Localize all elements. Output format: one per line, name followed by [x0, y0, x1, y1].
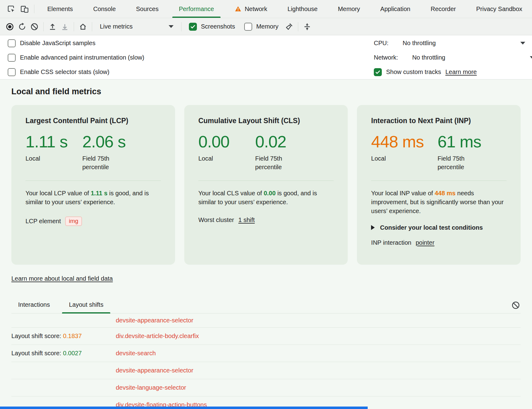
screenshots-toggle[interactable]: Screenshots: [189, 23, 235, 31]
reload-and-record-button[interactable]: [16, 21, 28, 33]
log-tabbar: Interactions Layout shifts: [11, 299, 521, 314]
local-test-conditions-label: Consider your local test conditions: [380, 224, 483, 231]
clear-icon: [30, 22, 39, 31]
reload-icon: [18, 22, 26, 31]
record-button[interactable]: [4, 21, 16, 33]
learn-more-link[interactable]: Learn more: [445, 68, 477, 76]
collapse-button[interactable]: [301, 21, 313, 33]
layout-shift-row: devsite-appearance-selector: [11, 362, 521, 379]
clear-log-button[interactable]: [511, 300, 521, 310]
layout-shift-log: devsite-appearance-selector Layout shift…: [11, 314, 521, 409]
garbage-collect-button[interactable]: [283, 21, 295, 33]
cls-field: 0.02 Field 75th percentile: [255, 133, 301, 171]
capture-settings: Disable JavaScript samples Enable advanc…: [0, 35, 532, 80]
memory-label: Memory: [256, 23, 278, 30]
capture-settings-right: CPU: No throttling Network: No throttlin…: [374, 36, 532, 79]
lcp-inline-value: 1.11 s: [91, 190, 108, 197]
divider: [74, 22, 74, 31]
layout-shift-score: Layout shift score: 0.1837: [11, 333, 116, 340]
lcp-values: 1.11 s Local 2.06 s Field 75th percentil…: [25, 133, 161, 171]
broom-icon: [285, 22, 293, 31]
css-selector-stats-toggle[interactable]: Enable CSS selector stats (slow): [8, 65, 374, 79]
tab-application[interactable]: Application: [370, 0, 421, 18]
live-metrics-label: Live metrics: [100, 23, 133, 30]
cls-card: Cumulative Layout Shift (CLS) 0.00 Local…: [184, 105, 348, 265]
element-node-link[interactable]: devsite-appearance-selector: [116, 367, 193, 374]
tab-performance[interactable]: Performance: [169, 0, 224, 18]
checkbox-unchecked-icon[interactable]: [8, 54, 16, 62]
cpu-label: CPU:: [374, 40, 389, 47]
memory-toggle[interactable]: Memory: [244, 23, 278, 31]
tab-interactions[interactable]: Interactions: [11, 299, 57, 313]
tab-network[interactable]: Network: [224, 0, 277, 18]
live-metrics-select[interactable]: Live metrics: [95, 21, 178, 33]
lcp-card-title: Largest Contentful Paint (LCP): [25, 117, 161, 125]
checkbox-unchecked-icon[interactable]: [8, 39, 16, 47]
disable-js-samples-toggle[interactable]: Disable JavaScript samples: [8, 36, 374, 50]
tab-elements[interactable]: Elements: [37, 0, 83, 18]
element-node-link[interactable]: devsite-appearance-selector: [116, 317, 193, 324]
checkbox-checked-icon[interactable]: [374, 68, 382, 76]
lcp-description: Your local LCP value of 1.11 s is good, …: [25, 189, 161, 207]
tab-recorder[interactable]: Recorder: [421, 0, 466, 18]
divider: [298, 22, 298, 31]
record-icon: [6, 22, 14, 31]
inp-interaction-row: INP interaction pointer: [371, 239, 507, 246]
page-title: Local and field metrics: [11, 87, 521, 96]
tab-sources[interactable]: Sources: [126, 0, 169, 18]
layout-shift-row: Layout shift score: 0.1837 div.devsite-a…: [11, 328, 521, 345]
lcp-element-row: LCP element img: [25, 216, 161, 226]
lcp-field-label: Field 75th percentile: [82, 154, 128, 171]
save-profile-button[interactable]: [59, 21, 71, 33]
advanced-paint-toggle[interactable]: Enable advanced paint instrumentation (s…: [8, 50, 374, 65]
triangle-right-icon: [371, 225, 375, 230]
devtools-tabbar: Elements Console Sources Performance Net…: [0, 0, 532, 18]
warning-icon: [234, 5, 242, 13]
local-test-conditions-expander[interactable]: Consider your local test conditions: [371, 224, 507, 231]
home-button[interactable]: [77, 21, 89, 33]
chevron-down-icon: [530, 56, 532, 59]
tab-layout-shifts[interactable]: Layout shifts: [62, 299, 110, 313]
lcp-element-node-link[interactable]: img: [65, 216, 82, 226]
load-profile-button[interactable]: [46, 21, 59, 33]
device-toolbar-button[interactable]: [18, 2, 31, 16]
network-throttling-select[interactable]: Network: No throttling: [374, 50, 532, 65]
checkbox-unchecked-icon[interactable]: [8, 68, 16, 76]
inp-interaction-link[interactable]: pointer: [416, 239, 434, 246]
divider: [25, 181, 161, 181]
inp-inline-value: 448 ms: [435, 190, 456, 197]
chevron-down-icon: [169, 25, 174, 28]
lcp-local-value: 1.11 s: [25, 133, 68, 150]
tab-lighthouse[interactable]: Lighthouse: [277, 0, 328, 18]
divider: [181, 22, 182, 31]
inp-values: 448 ms Local 61 ms Field 75th percentile: [371, 133, 507, 171]
chevron-down-icon: [520, 42, 525, 45]
advanced-paint-label: Enable advanced paint instrumentation (s…: [20, 54, 144, 61]
element-node-link[interactable]: devsite-search: [116, 350, 156, 357]
panel-tabs: Elements Console Sources Performance Net…: [37, 0, 532, 18]
device-toolbar-icon: [20, 5, 29, 13]
capture-settings-left: Disable JavaScript samples Enable advanc…: [0, 36, 374, 79]
collapse-icon: [303, 22, 311, 31]
download-icon: [61, 22, 69, 31]
inp-interaction-label: INP interaction: [371, 239, 411, 246]
learn-more-local-field-link[interactable]: Learn more about local and field data: [11, 275, 113, 282]
checkbox-checked-icon[interactable]: [189, 23, 197, 31]
css-selector-stats-label: Enable CSS selector stats (slow): [20, 68, 109, 76]
inspect-icon: [7, 5, 15, 13]
element-node-link[interactable]: devsite-language-selector: [116, 384, 186, 391]
inspect-element-button[interactable]: [4, 2, 18, 16]
checkbox-unchecked-icon[interactable]: [244, 23, 252, 31]
tab-memory[interactable]: Memory: [328, 0, 370, 18]
tab-privacy-sandbox[interactable]: Privacy Sandbox: [466, 0, 532, 18]
cpu-throttling-select[interactable]: CPU: No throttling: [374, 36, 532, 50]
network-label: Network:: [374, 54, 398, 61]
lcp-field-value: 2.06 s: [82, 133, 128, 150]
element-node-link[interactable]: div.devsite-article-body.clearfix: [116, 333, 199, 340]
screenshots-label: Screenshots: [201, 23, 235, 30]
worst-cluster-link[interactable]: 1 shift: [238, 216, 255, 224]
clear-button[interactable]: [28, 21, 41, 33]
tab-console[interactable]: Console: [83, 0, 126, 18]
show-custom-tracks-toggle[interactable]: Show custom tracks Learn more: [374, 65, 532, 79]
divider: [92, 22, 92, 31]
